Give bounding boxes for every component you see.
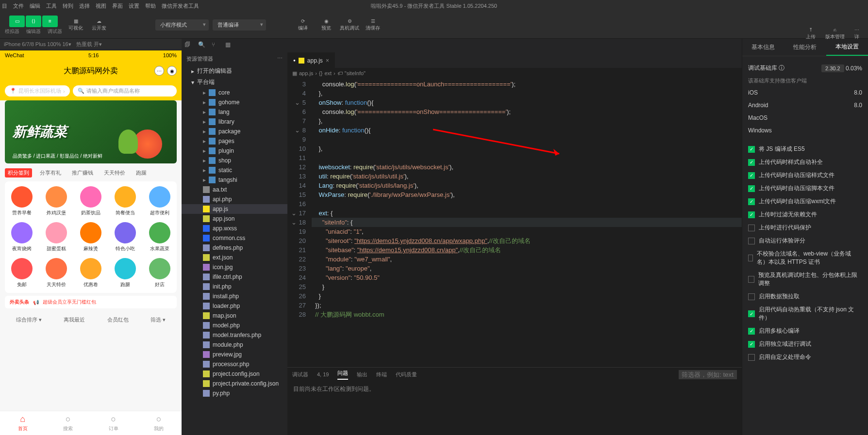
code-editor[interactable]: 34⌄567⌄8910111213141516⌄17⌄1819202122232… — [287, 79, 742, 367]
git-icon[interactable]: ⑂ — [212, 41, 220, 50]
menu-选择[interactable]: 选择 — [79, 3, 90, 9]
tree-item[interactable]: loader.php — [182, 301, 287, 311]
setting-checkbox[interactable]: 启用数据预拉取 — [748, 290, 862, 303]
tree-item[interactable]: ▸core — [182, 88, 287, 97]
tree-item[interactable]: project.private.config.json — [182, 379, 287, 388]
nav-item[interactable]: ⌂首页 — [0, 411, 46, 435]
tree-item[interactable]: aa.txt — [182, 185, 287, 194]
category-item[interactable]: 特色小吃 — [108, 222, 142, 252]
sort-option[interactable]: 综合排序 ▾ — [16, 316, 42, 323]
tree-item[interactable]: defines.php — [182, 243, 287, 253]
tree-item[interactable]: ext.json — [182, 253, 287, 262]
breadcrumb[interactable]: ▦app.js› {}ext› 🏷"siteInfo" — [287, 68, 742, 79]
real-device-btn[interactable]: ⚙真机调试 — [340, 16, 359, 35]
tree-item[interactable]: module.php — [182, 340, 287, 350]
category-item[interactable]: 好店 — [142, 258, 177, 288]
menu-转到[interactable]: 转到 — [63, 3, 73, 9]
tree-item[interactable]: ▸pages — [182, 136, 287, 146]
filter-input[interactable] — [679, 370, 737, 379]
tree-item[interactable]: model.php — [182, 321, 287, 330]
compile-btn[interactable]: ⟳编译 — [293, 16, 313, 35]
setting-checkbox[interactable]: ✓启用多核心编译 — [748, 324, 862, 338]
quick-tab[interactable]: 推广赚钱 — [69, 168, 96, 177]
setting-checkbox[interactable]: ✓上传时过滤无依赖文件 — [748, 208, 862, 221]
opened-editors[interactable]: ▸打开的编辑器 — [182, 65, 287, 77]
setting-checkbox[interactable]: ✓启用独立域进行调试 — [748, 338, 862, 351]
quick-tab[interactable]: 天天特价 — [101, 168, 128, 177]
category-item[interactable]: 天天特价 — [39, 258, 74, 288]
tree-item[interactable]: processor.php — [182, 359, 287, 369]
tree-item[interactable]: preview.jpg — [182, 350, 287, 359]
detail-btn[interactable]: ⋯详 — [851, 25, 863, 42]
tree-item[interactable]: ifile.ctrl.php — [182, 272, 287, 282]
console-tab[interactable]: 4, 19 — [317, 371, 329, 377]
cloud-btn[interactable]: ☁云开发 — [89, 16, 109, 35]
tree-item[interactable]: common.css — [182, 233, 287, 243]
search-input[interactable]: 🔍请输入商户或商品名称 — [73, 85, 177, 97]
category-item[interactable]: 夜宵烧烤 — [5, 222, 39, 252]
category-item[interactable]: 跑腿 — [108, 258, 142, 288]
tree-item[interactable]: model.tranfers.php — [182, 330, 287, 340]
setting-checkbox[interactable]: 预览及真机调试时主包、分包体积上限调整 — [748, 269, 862, 290]
tree-item[interactable]: project.config.json — [182, 369, 287, 379]
tree-item[interactable]: ▸lang — [182, 107, 287, 117]
tree-item[interactable]: app.js — [182, 204, 287, 214]
tab-app-js[interactable]: app.js × — [287, 52, 335, 68]
menu-视图[interactable]: 视图 — [96, 3, 106, 9]
category-item[interactable]: 甜蜜蛋糕 — [39, 222, 74, 252]
menu-微信开发者工具[interactable]: 微信开发者工具 — [162, 3, 199, 9]
tree-item[interactable]: init.php — [182, 282, 287, 291]
category-item[interactable]: 水果蔬菜 — [142, 222, 177, 252]
close-tab-icon[interactable]: × — [326, 57, 329, 64]
setting-checkbox[interactable]: ✓启用代码自动热重载（不支持 json 文件） — [748, 303, 862, 324]
simulator-btn[interactable]: ▭ — [9, 16, 25, 27]
tree-item[interactable]: ▸static — [182, 165, 287, 175]
debugger-btn[interactable]: ≡ — [42, 16, 58, 27]
setting-checkbox[interactable]: ✓上传代码时自动压缩wxml文件 — [748, 195, 862, 208]
setting-checkbox[interactable]: ✓上传代码时自动压缩脚本文件 — [748, 182, 862, 195]
close-icon[interactable]: ◉ — [167, 66, 177, 76]
tree-item[interactable]: ▸gohome — [182, 97, 287, 107]
menu-工具[interactable]: 工具 — [46, 3, 57, 9]
promo-banner[interactable]: 外卖头条📢超级会员立享无门槛红包 — [5, 296, 177, 308]
visual-btn[interactable]: ▦可视化 — [66, 16, 85, 35]
tree-item[interactable]: api.php — [182, 194, 287, 204]
reload-toggle[interactable]: 热重载 开▾ — [76, 41, 102, 48]
platform-root[interactable]: ▾平台端 — [182, 77, 287, 88]
tree-item[interactable]: ▸tangshi — [182, 175, 287, 185]
compile-select[interactable]: 普通编译 — [213, 19, 266, 31]
search-icon[interactable]: 🔍 — [198, 41, 207, 50]
nav-item[interactable]: ○订单 — [91, 411, 136, 435]
console-tab[interactable]: 终端 — [376, 371, 387, 378]
clear-cache-btn[interactable]: ☰清缓存 — [363, 16, 383, 35]
tree-item[interactable]: py.php — [182, 388, 287, 398]
mode-select[interactable]: 小程序模式 — [155, 19, 209, 31]
menu-icon[interactable]: ⋯ — [154, 66, 164, 76]
tree-item[interactable]: ▸package — [182, 127, 287, 136]
ext-icon[interactable]: ▦ — [225, 41, 234, 50]
tree-item[interactable]: icon.jpg — [182, 262, 287, 272]
quick-tab[interactable]: 积分签到 — [5, 168, 32, 177]
category-item[interactable]: 麻辣烫 — [74, 222, 108, 252]
category-item[interactable]: 营养早餐 — [5, 186, 39, 216]
setting-checkbox[interactable]: ✓将 JS 编译成 ES5 — [748, 143, 862, 156]
tree-item[interactable]: map.json — [182, 311, 287, 321]
sort-option[interactable]: 离我最近 — [64, 316, 85, 323]
menu-目[interactable]: 目 — [2, 3, 7, 9]
setting-checkbox[interactable]: 启用自定义处理命令 — [748, 351, 862, 364]
setting-checkbox[interactable]: 自动运行体验评分 — [748, 234, 862, 247]
menu-帮助[interactable]: 帮助 — [145, 3, 156, 9]
console-tab[interactable]: 调试器 — [292, 371, 308, 378]
quick-tab[interactable]: 跑腿 — [133, 168, 150, 177]
detail-tab[interactable]: 基本信息 — [742, 39, 784, 56]
menu-设置[interactable]: 设置 — [129, 3, 139, 9]
menu-文件[interactable]: 文件 — [13, 3, 24, 9]
console-tab[interactable]: 输出 — [357, 371, 367, 378]
nav-item[interactable]: ○我的 — [136, 411, 182, 435]
console-tab[interactable]: 代码质量 — [396, 371, 417, 378]
category-item[interactable]: 免邮 — [5, 258, 39, 288]
preview-btn[interactable]: ◉预览 — [317, 16, 336, 35]
device-select[interactable]: iPhone 6/7/8 Plus 100% 16▾ — [4, 41, 71, 48]
category-item[interactable]: 炸鸡汉堡 — [39, 186, 74, 216]
category-item[interactable]: 奶茶饮品 — [74, 186, 108, 216]
